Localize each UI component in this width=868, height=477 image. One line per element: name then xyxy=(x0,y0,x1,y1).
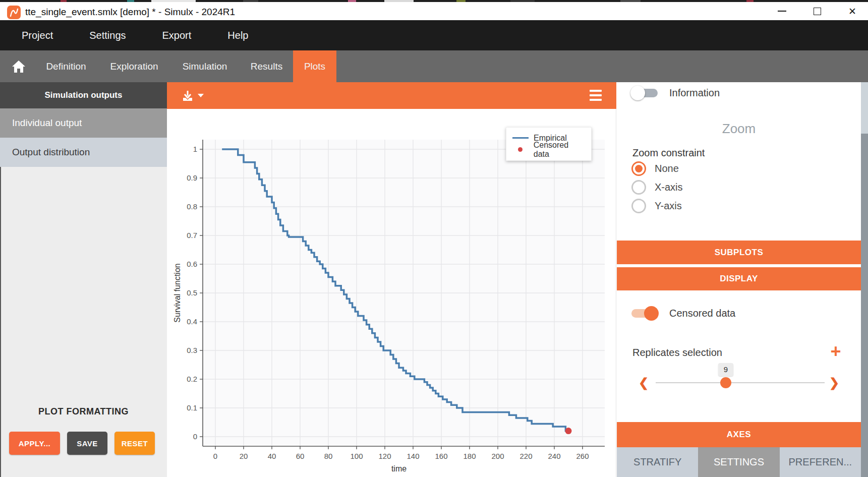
menu-project[interactable]: Project xyxy=(17,27,58,44)
display-button[interactable]: DISPLAY xyxy=(617,266,861,290)
svg-text:200: 200 xyxy=(491,452,504,460)
information-label: Information xyxy=(669,87,720,99)
svg-text:0.3: 0.3 xyxy=(187,346,197,354)
svg-text:0.4: 0.4 xyxy=(187,317,197,326)
simulx-app-icon xyxy=(7,6,21,19)
sidebar-item-output-distribution[interactable]: Output distribution xyxy=(0,138,167,167)
add-replicate-icon[interactable]: + xyxy=(828,344,844,360)
svg-text:1: 1 xyxy=(193,145,197,153)
main-tab-bar: Definition Exploration Simulation Result… xyxy=(0,50,868,82)
svg-text:120: 120 xyxy=(378,452,391,460)
svg-text:240: 240 xyxy=(548,452,560,460)
svg-text:0.7: 0.7 xyxy=(187,231,197,240)
subplots-button[interactable]: SUBPLOTS xyxy=(617,241,861,264)
svg-text:20: 20 xyxy=(240,452,248,460)
menu-export[interactable]: Export xyxy=(157,27,197,44)
svg-text:160: 160 xyxy=(435,452,447,460)
replicate-prev-icon[interactable]: ❮ xyxy=(639,375,649,390)
tab-plots-active[interactable]: Plots xyxy=(293,50,336,82)
legend-dot-swatch xyxy=(518,147,523,152)
svg-text:260: 260 xyxy=(576,452,589,460)
plot-formatting-title: PLOT FORMATTING xyxy=(0,406,167,417)
axes-button[interactable]: AXES xyxy=(617,422,861,447)
menu-help[interactable]: Help xyxy=(222,27,253,44)
replicate-slider-knob[interactable] xyxy=(720,377,731,388)
tab-preferences[interactable]: PREFEREN... xyxy=(780,447,861,477)
settings-footer-tabs: STRATIFY SETTINGS PREFEREN... xyxy=(617,447,861,477)
svg-text:0: 0 xyxy=(193,432,197,441)
svg-text:0.5: 0.5 xyxy=(187,288,197,297)
apply-button[interactable]: APPLY... xyxy=(9,432,60,455)
zoom-constraint-y-axis[interactable]: Y-axis xyxy=(631,199,682,213)
menu-bar: Project Settings Export Help xyxy=(0,20,868,50)
maximize-button[interactable] xyxy=(802,2,832,20)
svg-text:0: 0 xyxy=(213,452,217,460)
svg-text:time: time xyxy=(391,464,407,473)
svg-text:Survival function: Survival function xyxy=(173,263,182,322)
svg-text:220: 220 xyxy=(519,452,532,460)
tab-simulation[interactable]: Simulation xyxy=(169,50,240,82)
sidebar-item-individual-output[interactable]: Individual output xyxy=(0,108,167,138)
close-button[interactable]: ✕ xyxy=(837,2,867,20)
title-bar: tte_single_event.smlx [demo] * - Simulx … xyxy=(0,2,868,20)
tab-results[interactable]: Results xyxy=(240,50,293,82)
censored-data-label: Censored data xyxy=(669,308,735,319)
radio-icon[interactable] xyxy=(631,180,646,195)
zoom-constraint-none[interactable]: None xyxy=(631,161,679,176)
svg-text:80: 80 xyxy=(324,452,333,460)
svg-text:100: 100 xyxy=(350,452,363,460)
menu-settings[interactable]: Settings xyxy=(84,27,131,44)
plot-legend: Empirical Censored data xyxy=(506,127,592,161)
reset-button[interactable]: RESET xyxy=(114,432,155,455)
zoom-section-title: Zoom xyxy=(617,121,861,137)
radio-selected-icon[interactable] xyxy=(631,161,646,176)
replicates-selection-label: Replicates selection xyxy=(632,347,722,359)
panel-scrollbar-thumb[interactable] xyxy=(861,134,868,477)
censored-data-toggle[interactable] xyxy=(631,309,658,318)
svg-text:180: 180 xyxy=(463,452,476,460)
legend-censored-data[interactable]: Censored data xyxy=(512,144,585,155)
svg-text:0.1: 0.1 xyxy=(187,403,197,412)
svg-text:60: 60 xyxy=(296,452,305,460)
minimize-button[interactable] xyxy=(767,2,797,20)
svg-text:140: 140 xyxy=(407,452,419,460)
zoom-constraint-label: Zoom constraint xyxy=(632,147,705,159)
information-toggle-row: Information xyxy=(631,87,720,99)
tab-stratify[interactable]: STRATIFY xyxy=(617,447,698,477)
replicate-next-icon[interactable]: ❯ xyxy=(829,375,839,390)
legend-line-swatch xyxy=(512,137,529,139)
tab-settings[interactable]: SETTINGS xyxy=(698,447,779,477)
replicate-slider-value: 9 xyxy=(718,363,733,376)
home-icon[interactable] xyxy=(7,50,30,82)
replicate-slider-track[interactable] xyxy=(656,382,825,383)
svg-text:0.8: 0.8 xyxy=(187,202,197,211)
svg-text:40: 40 xyxy=(268,452,276,460)
tab-definition[interactable]: Definition xyxy=(33,50,99,82)
sidebar-section-header: Simulation outputs xyxy=(0,82,167,108)
svg-text:0.9: 0.9 xyxy=(187,173,197,182)
tab-exploration[interactable]: Exploration xyxy=(99,50,169,82)
svg-text:0.2: 0.2 xyxy=(187,375,197,383)
save-button[interactable]: SAVE xyxy=(67,432,107,455)
zoom-constraint-x-axis[interactable]: X-axis xyxy=(631,180,683,195)
censored-data-toggle-row: Censored data xyxy=(631,308,735,319)
window-title: tte_single_event.smlx [demo] * - Simulx … xyxy=(25,7,235,18)
radio-icon[interactable] xyxy=(631,199,646,213)
svg-text:0.6: 0.6 xyxy=(187,260,197,268)
information-toggle[interactable] xyxy=(631,89,658,97)
